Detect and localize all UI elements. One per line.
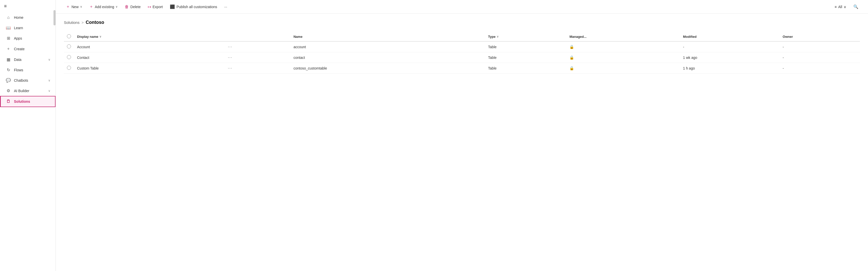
sidebar-item-chatbots[interactable]: 💬 Chatbots ∨	[0, 75, 56, 85]
managed-header: Managed...	[566, 32, 680, 42]
modified-cell: 1 wk ago	[680, 52, 779, 63]
row-menu-header	[223, 32, 290, 42]
sidebar-item-flows[interactable]: ↻ Flows	[0, 65, 56, 75]
table-header-row: Display name ∨ Name Type ∨	[64, 32, 860, 42]
table-row[interactable]: Contact ··· contact Table 🔒 1 wk ago -	[64, 52, 860, 63]
managed-cell: 🔒	[566, 52, 680, 63]
lock-icon: 🔒	[569, 55, 574, 60]
breadcrumb-current: Contoso	[86, 20, 104, 25]
breadcrumb: Solutions > Contoso	[64, 20, 860, 25]
row-menu-cell[interactable]: ···	[223, 52, 290, 63]
owner-cell: -	[779, 63, 860, 74]
select-all-header[interactable]	[64, 32, 74, 42]
row-select-cell[interactable]	[64, 52, 74, 63]
toolbar: ＋ New ∨ ＋ Add existing ∨ 🗑 Delete ↦ Expo…	[56, 0, 868, 14]
type-sort-icon: ∨	[497, 35, 499, 38]
row-more-icon[interactable]: ···	[226, 65, 234, 71]
display-name-cell: Custom Table	[74, 63, 223, 74]
filter-button[interactable]: ≡ All ∨	[832, 3, 849, 10]
flows-icon: ↻	[6, 67, 11, 72]
modified-header: Modified	[680, 32, 779, 42]
apps-icon: ⊞	[6, 36, 11, 40]
sidebar-scrollbar[interactable]	[54, 10, 56, 25]
row-radio[interactable]	[67, 45, 71, 49]
modified-cell: 1 h ago	[680, 63, 779, 74]
learn-icon: 📖	[6, 25, 11, 30]
sidebar-item-learn[interactable]: 📖 Learn	[0, 23, 56, 33]
table-row[interactable]: Account ··· account Table 🔒 - -	[64, 42, 860, 52]
delete-label: Delete	[130, 5, 141, 9]
more-options-button[interactable]: ···	[221, 3, 230, 10]
display-name-cell: Account	[74, 42, 223, 52]
name-cell: account	[290, 42, 485, 52]
sidebar: ≡ ⌂ Home 📖 Learn ⊞ Apps ＋ Create ▦ Data …	[0, 0, 56, 271]
sidebar-toggle-button[interactable]: ≡	[0, 0, 56, 12]
lock-icon: 🔒	[569, 66, 574, 70]
publish-button[interactable]: ⬛ Publish all customizations	[167, 3, 220, 11]
solutions-table: Display name ∨ Name Type ∨	[64, 32, 860, 74]
hamburger-icon: ≡	[4, 4, 7, 9]
sidebar-item-ai-builder[interactable]: ⚙ AI Builder ∨	[0, 85, 56, 96]
filter-lines-icon: ≡	[835, 5, 837, 9]
chatbots-icon: 💬	[6, 78, 11, 83]
add-existing-plus-icon: ＋	[89, 4, 93, 9]
row-radio[interactable]	[67, 55, 71, 59]
new-plus-icon: ＋	[66, 4, 70, 9]
owner-header: Owner	[779, 32, 860, 42]
filter-chevron-icon: ∨	[844, 5, 846, 9]
display-name-header-label: Display name	[77, 35, 98, 38]
add-existing-chevron-icon: ∨	[116, 5, 118, 8]
managed-cell: 🔒	[566, 63, 680, 74]
add-existing-button[interactable]: ＋ Add existing ∨	[86, 3, 121, 11]
row-menu-cell[interactable]: ···	[223, 42, 290, 52]
select-all-radio[interactable]	[67, 34, 71, 38]
row-select-cell[interactable]	[64, 63, 74, 74]
sidebar-item-create[interactable]: ＋ Create	[0, 44, 56, 54]
export-button[interactable]: ↦ Export	[145, 3, 166, 11]
display-name-cell: Contact	[74, 52, 223, 63]
sidebar-item-data[interactable]: ▦ Data ∨	[0, 54, 56, 65]
sidebar-item-label: Data	[14, 58, 22, 62]
owner-cell: -	[779, 42, 860, 52]
type-header[interactable]: Type ∨	[485, 32, 566, 42]
sidebar-item-home[interactable]: ⌂ Home	[0, 12, 56, 23]
add-existing-label: Add existing	[95, 5, 114, 9]
managed-cell: 🔒	[566, 42, 680, 52]
modified-header-label: Modified	[683, 35, 696, 38]
breadcrumb-separator: >	[82, 21, 84, 25]
row-menu-cell[interactable]: ···	[223, 63, 290, 74]
type-cell: Table	[485, 42, 566, 52]
export-label: Export	[153, 5, 163, 9]
row-radio[interactable]	[67, 66, 71, 70]
toolbar-right: ≡ All ∨ 🔍	[832, 3, 861, 11]
sidebar-item-label: Apps	[14, 36, 22, 40]
ai-builder-icon: ⚙	[6, 88, 11, 93]
search-button[interactable]: 🔍	[851, 3, 861, 11]
new-button-label: New	[71, 5, 79, 9]
row-more-icon[interactable]: ···	[226, 44, 234, 50]
lock-icon: 🔒	[569, 45, 574, 49]
display-name-header[interactable]: Display name ∨	[74, 32, 223, 42]
type-cell: Table	[485, 52, 566, 63]
row-select-cell[interactable]	[64, 42, 74, 52]
export-icon: ↦	[148, 4, 151, 9]
name-cell: contoso_customtable	[290, 63, 485, 74]
new-button[interactable]: ＋ New ∨	[63, 3, 85, 11]
publish-label: Publish all customizations	[177, 5, 217, 9]
type-header-label: Type	[488, 35, 495, 38]
delete-icon: 🗑	[125, 5, 129, 9]
chevron-down-icon: ∨	[48, 79, 51, 82]
sidebar-item-apps[interactable]: ⊞ Apps	[0, 33, 56, 44]
sidebar-item-solutions[interactable]: 🗒 Solutions	[0, 96, 56, 107]
delete-button[interactable]: 🗑 Delete	[122, 3, 144, 11]
search-icon: 🔍	[853, 5, 858, 9]
sidebar-item-label: Chatbots	[14, 78, 28, 82]
modified-cell: -	[680, 42, 779, 52]
managed-header-label: Managed...	[569, 35, 586, 38]
sort-icon: ∨	[99, 35, 101, 38]
create-icon: ＋	[6, 46, 11, 52]
row-more-icon[interactable]: ···	[226, 54, 234, 60]
breadcrumb-parent-link[interactable]: Solutions	[64, 20, 80, 25]
table-row[interactable]: Custom Table ··· contoso_customtable Tab…	[64, 63, 860, 74]
type-cell: Table	[485, 63, 566, 74]
